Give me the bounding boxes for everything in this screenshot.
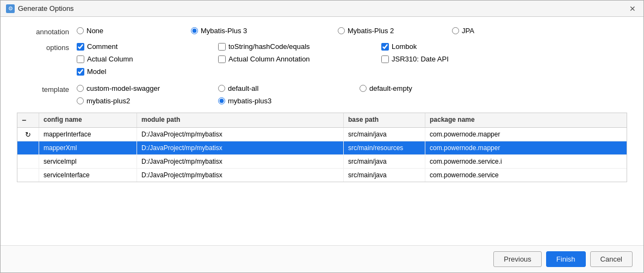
dialog-footer: Previous Finish Cancel xyxy=(1,245,643,272)
row-module-path: D:/JavaProject/mp/mybatisx xyxy=(137,169,344,182)
template-mybatis-plus3[interactable]: mybatis-plus3 xyxy=(218,97,354,105)
row-config-name: mapperInterface xyxy=(39,128,137,141)
annotation-none-label: None xyxy=(86,27,103,35)
annotation-mybatis-plus-3-label: Mybatis-Plus 3 xyxy=(201,27,247,35)
template-label: template xyxy=(17,84,77,94)
options-grid: Comment toString/hashCode/equals Lombok … xyxy=(77,42,523,79)
template-default-all-label: default-all xyxy=(228,84,258,92)
jsr310-label: JSR310: Date API xyxy=(392,55,449,63)
title-bar: ⚙ Generate Options ✕ xyxy=(1,1,643,17)
template-radio-default-empty[interactable] xyxy=(360,85,367,92)
row-config-name: serviceInterface xyxy=(39,169,137,182)
template-row: template custom-model-swagger default-al… xyxy=(17,84,627,107)
row-package-name: com.powernode.service xyxy=(425,169,627,182)
template-radio-mybatis-plus3[interactable] xyxy=(218,97,225,104)
table-row[interactable]: serviceImpl D:/JavaProject/mp/mybatisx s… xyxy=(17,155,627,169)
tostring-checkbox[interactable] xyxy=(218,43,226,51)
row-package-name: com.powernode.mapper xyxy=(425,141,627,154)
annotation-option-none[interactable]: None xyxy=(77,27,185,35)
dialog-title: Generate Options xyxy=(18,4,627,13)
annotation-mybatis-plus-2-label: Mybatis-Plus 2 xyxy=(348,27,394,35)
table-row[interactable]: ↻ mapperInterface D:/JavaProject/mp/myba… xyxy=(17,128,627,141)
finish-button[interactable]: Finish xyxy=(546,251,586,267)
annotation-jpa-label: JPA xyxy=(462,27,474,35)
comment-label: Comment xyxy=(87,42,117,51)
dialog-icon: ⚙ xyxy=(6,4,15,13)
actual-column-checkbox[interactable] xyxy=(77,55,84,63)
template-grid: custom-model-swagger default-all default… xyxy=(77,84,501,107)
row-package-name: com.powernode.mapper xyxy=(425,128,627,141)
template-default-all[interactable]: default-all xyxy=(218,84,354,92)
template-radio-default-all[interactable] xyxy=(218,85,225,92)
option-tostring[interactable]: toString/hashCode/equals xyxy=(218,42,381,51)
row-module-path: D:/JavaProject/mp/mybatisx xyxy=(137,141,344,154)
model-label: Model xyxy=(87,67,106,76)
minus-icon: − xyxy=(22,116,26,125)
row-action-cell xyxy=(17,169,39,182)
comment-checkbox[interactable] xyxy=(77,43,84,51)
template-mybatis-plus2[interactable]: mybatis-plus2 xyxy=(77,97,213,105)
row-base-path: src/main/resources xyxy=(344,141,425,154)
option-actual-column[interactable]: Actual Column xyxy=(77,55,218,63)
config-table: − config name module path base path pack… xyxy=(17,113,627,182)
table-row[interactable]: serviceInterface D:/JavaProject/mp/mybat… xyxy=(17,169,627,182)
row-config-name: serviceImpl xyxy=(39,155,137,168)
table-header: − config name module path base path pack… xyxy=(17,113,627,128)
th-module-path: module path xyxy=(137,113,344,127)
options-row: options Comment toString/hashCode/equals… xyxy=(17,42,627,79)
annotation-option-mybatis-plus-2[interactable]: Mybatis-Plus 2 xyxy=(338,27,447,35)
row-base-path: src/main/java xyxy=(344,155,425,168)
row-module-path: D:/JavaProject/mp/mybatisx xyxy=(137,155,344,168)
annotation-radio-mybatis-plus-2[interactable] xyxy=(338,27,345,34)
template-default-empty[interactable]: default-empty xyxy=(360,84,496,92)
th-config-name: config name xyxy=(39,113,137,127)
dialog-content: annotation None Mybatis-Plus 3 Mybatis-P… xyxy=(1,17,643,245)
table-body: ↻ mapperInterface D:/JavaProject/mp/myba… xyxy=(17,128,627,182)
row-package-name: com.powernode.service.i xyxy=(425,155,627,168)
th-base-path: base path xyxy=(344,113,425,127)
tostring-label: toString/hashCode/equals xyxy=(228,42,310,51)
previous-button[interactable]: Previous xyxy=(493,251,542,267)
annotation-row: annotation None Mybatis-Plus 3 Mybatis-P… xyxy=(17,27,627,37)
model-checkbox[interactable] xyxy=(77,68,84,76)
annotation-radio-mybatis-plus-3[interactable] xyxy=(191,27,198,34)
annotation-radio-none[interactable] xyxy=(77,27,84,34)
th-action: − xyxy=(17,113,39,127)
close-button[interactable]: ✕ xyxy=(627,3,638,14)
generate-options-dialog: ⚙ Generate Options ✕ annotation None Myb… xyxy=(0,0,644,273)
lombok-checkbox[interactable] xyxy=(381,43,389,51)
row-module-path: D:/JavaProject/mp/mybatisx xyxy=(137,128,344,141)
annotation-radio-jpa[interactable] xyxy=(452,27,459,34)
template-default-empty-label: default-empty xyxy=(369,84,412,92)
annotation-option-mybatis-plus-3[interactable]: Mybatis-Plus 3 xyxy=(191,27,332,35)
cancel-button[interactable]: Cancel xyxy=(590,251,633,267)
table-row[interactable]: mapperXml D:/JavaProject/mp/mybatisx src… xyxy=(17,141,627,155)
template-mybatis-plus2-label: mybatis-plus2 xyxy=(86,97,130,105)
row-action-cell xyxy=(17,141,39,154)
annotation-option-jpa[interactable]: JPA xyxy=(452,27,561,35)
template-radio-mybatis-plus2[interactable] xyxy=(77,97,84,104)
actual-column-annotation-label: Actual Column Annotation xyxy=(228,55,310,63)
template-custom-label: custom-model-swagger xyxy=(86,84,160,92)
template-mybatis-plus3-label: mybatis-plus3 xyxy=(228,97,271,105)
actual-column-annotation-checkbox[interactable] xyxy=(218,55,226,63)
row-action-cell xyxy=(17,155,39,168)
option-lombok[interactable]: Lombok xyxy=(381,42,523,51)
option-jsr310[interactable]: JSR310: Date API xyxy=(381,55,523,63)
row-base-path: src/main/java xyxy=(344,128,425,141)
annotation-label: annotation xyxy=(17,27,77,36)
template-custom-model-swagger[interactable]: custom-model-swagger xyxy=(77,84,213,92)
row-action-cell: ↻ xyxy=(17,128,39,141)
jsr310-checkbox[interactable] xyxy=(381,55,389,63)
refresh-icon: ↻ xyxy=(25,131,31,139)
annotation-options: None Mybatis-Plus 3 Mybatis-Plus 2 JPA xyxy=(77,27,627,37)
row-base-path: src/main/java xyxy=(344,169,425,182)
option-model[interactable]: Model xyxy=(77,67,218,76)
actual-column-label: Actual Column xyxy=(87,55,133,63)
options-label: options xyxy=(17,42,77,52)
template-radio-custom[interactable] xyxy=(77,85,84,92)
row-config-name: mapperXml xyxy=(39,141,137,154)
option-comment[interactable]: Comment xyxy=(77,42,218,51)
option-actual-column-annotation[interactable]: Actual Column Annotation xyxy=(218,55,381,63)
th-package-name: package name xyxy=(425,113,627,127)
